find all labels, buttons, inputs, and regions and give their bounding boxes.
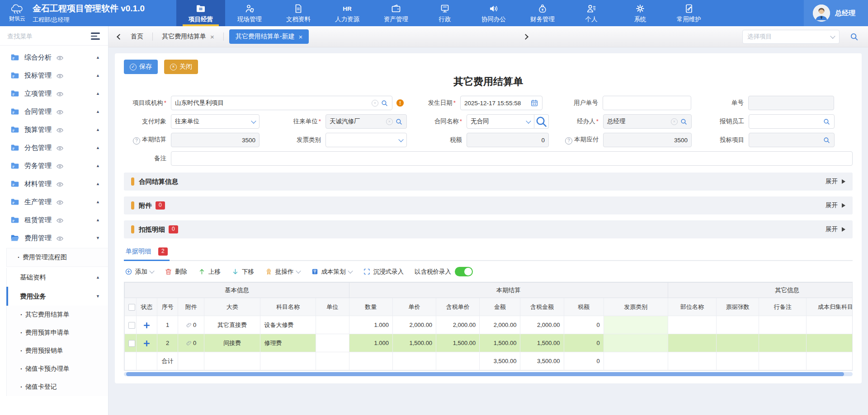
tool-批操作[interactable]: 批操作 bbox=[265, 268, 300, 276]
chevron-down-icon[interactable]: ▼ bbox=[96, 236, 100, 240]
invoice-type-select[interactable] bbox=[326, 133, 407, 147]
clear-icon[interactable] bbox=[372, 100, 378, 107]
detail-row-2[interactable]: 20间接费修理费1.0001,500.001,500.001,500.001,5… bbox=[125, 334, 853, 352]
sidebar-folder-劳务管理[interactable]: 劳务管理▲ bbox=[0, 157, 108, 175]
clear-icon[interactable] bbox=[671, 118, 678, 125]
section-合同结算信息[interactable]: 合同结算信息展开 bbox=[124, 173, 853, 191]
date-input[interactable] bbox=[464, 100, 528, 107]
tabs-scroll-left-icon[interactable] bbox=[117, 34, 123, 40]
reimburse-staff-field[interactable] bbox=[749, 114, 835, 129]
tool-下移[interactable]: 下移 bbox=[231, 268, 254, 276]
pay-target-select[interactable] bbox=[171, 114, 259, 129]
remark-field[interactable] bbox=[171, 151, 853, 166]
chevron-up-icon[interactable]: ▲ bbox=[96, 163, 100, 168]
chevron-up-icon[interactable]: ▲ bbox=[96, 109, 100, 114]
scrollbar-thumb[interactable] bbox=[126, 372, 844, 376]
tool-成本策划[interactable]: 成本策划 bbox=[311, 268, 352, 276]
contract-select[interactable] bbox=[467, 114, 534, 129]
section-附件[interactable]: 附件0展开 bbox=[124, 196, 853, 214]
bid-project-field[interactable] bbox=[749, 133, 835, 147]
menu-search-input[interactable] bbox=[7, 33, 86, 40]
chevron-up-icon[interactable]: ▲ bbox=[96, 91, 100, 96]
checkbox-icon[interactable] bbox=[128, 340, 135, 347]
tool-删除[interactable]: 删除 bbox=[165, 268, 187, 276]
user-no-input[interactable] bbox=[607, 100, 687, 107]
horizontal-scrollbar[interactable] bbox=[124, 372, 853, 376]
calendar-icon[interactable] bbox=[530, 99, 538, 107]
sidebar-link-费用预算申请单[interactable]: 费用预算申请单 bbox=[7, 324, 108, 342]
nav-item-常用维护[interactable]: 常用维护 bbox=[665, 0, 713, 26]
contract-search-button[interactable] bbox=[534, 114, 549, 129]
sidebar-folder-费用管理[interactable]: 费用管理▼ bbox=[0, 229, 108, 247]
user-block[interactable]: 总经理 bbox=[804, 0, 868, 26]
search-icon[interactable] bbox=[381, 99, 388, 107]
remark-input[interactable] bbox=[175, 155, 849, 162]
tabs-scroll-right-icon[interactable] bbox=[523, 34, 528, 40]
user-no-field[interactable] bbox=[603, 96, 691, 110]
chevron-up-icon[interactable]: ▲ bbox=[96, 182, 100, 186]
contract-value[interactable] bbox=[471, 118, 524, 125]
sidebar-folder-租赁管理[interactable]: 租赁管理▲ bbox=[0, 211, 108, 229]
chevron-down-icon[interactable]: ▼ bbox=[96, 294, 100, 298]
chevron-up-icon[interactable]: ▲ bbox=[96, 218, 100, 222]
nav-item-个人[interactable]: 个人 bbox=[567, 0, 616, 26]
nav-item-现场管理[interactable]: 现场管理 bbox=[225, 0, 274, 26]
nav-item-财务管理[interactable]: ¥财务管理 bbox=[518, 0, 567, 26]
sidebar-folder-生产管理[interactable]: 生产管理▲ bbox=[0, 193, 108, 211]
sidebar-folder-分包管理[interactable]: 分包管理▲ bbox=[0, 139, 108, 157]
chevron-up-icon[interactable]: ▲ bbox=[96, 200, 100, 204]
sidebar-collapse-icon[interactable] bbox=[91, 33, 101, 40]
section-扣抵明细[interactable]: 扣抵明细0展开 bbox=[124, 220, 853, 238]
nav-item-资产管理[interactable]: 资产管理 bbox=[372, 0, 420, 26]
expand-control[interactable]: 展开 bbox=[826, 225, 845, 233]
sidebar-link-费用预报销单[interactable]: 费用预报销单 bbox=[7, 342, 108, 360]
invoice-type-value[interactable] bbox=[330, 137, 397, 144]
sidebar-folder-综合分析[interactable]: 综合分析▲ bbox=[0, 48, 108, 66]
sidebar-folder-投标管理[interactable]: 投标管理▲ bbox=[0, 66, 108, 84]
tool-上移[interactable]: 上移 bbox=[198, 268, 221, 276]
project-field[interactable] bbox=[171, 96, 392, 110]
tool-沉浸式录入[interactable]: 沉浸式录入 bbox=[363, 268, 404, 276]
sidebar-group-费用业务[interactable]: 费用业务▼ bbox=[6, 287, 108, 306]
expand-control[interactable]: 展开 bbox=[826, 177, 845, 186]
nav-item-系统[interactable]: 系统 bbox=[616, 0, 665, 26]
checkbox-icon[interactable] bbox=[128, 304, 135, 311]
nav-item-协同办公[interactable]: 协同办公 bbox=[469, 0, 518, 26]
sidebar-folder-立项管理[interactable]: 立项管理▲ bbox=[0, 84, 108, 103]
close-icon[interactable] bbox=[298, 33, 302, 41]
tab-其它费用结算单-新建[interactable]: 其它费用结算单-新建 bbox=[229, 29, 309, 44]
sidebar-folder-预算管理[interactable]: 预算管理▲ bbox=[0, 121, 108, 139]
close-icon[interactable] bbox=[210, 33, 214, 41]
bid-project-input[interactable] bbox=[753, 137, 821, 144]
sidebar-folder-合同管理[interactable]: 合同管理▲ bbox=[0, 103, 108, 121]
chevron-up-icon[interactable]: ▲ bbox=[96, 275, 100, 280]
project-search-icon[interactable] bbox=[849, 32, 859, 42]
checkbox-icon[interactable] bbox=[128, 322, 135, 329]
chevron-up-icon[interactable]: ▲ bbox=[96, 127, 100, 132]
tax-price-toggle[interactable] bbox=[455, 267, 473, 276]
expand-control[interactable]: 展开 bbox=[826, 201, 845, 210]
counterparty-field[interactable] bbox=[326, 114, 407, 129]
row-checkbox[interactable] bbox=[125, 334, 137, 352]
reimburse-staff-input[interactable] bbox=[753, 118, 821, 125]
sidebar-link-其它费用结算单[interactable]: 其它费用结算单 bbox=[7, 306, 108, 324]
sidebar-group-基础资料[interactable]: 基础资料▲ bbox=[6, 268, 108, 287]
search-icon[interactable] bbox=[395, 118, 403, 126]
agent-field[interactable] bbox=[603, 114, 692, 129]
sidebar-link-费用管理流程图[interactable]: 费用管理流程图 bbox=[7, 248, 108, 266]
project-input[interactable] bbox=[175, 100, 369, 107]
close-button[interactable]: ×关闭 bbox=[164, 60, 198, 74]
date-field[interactable] bbox=[460, 96, 542, 110]
tab-其它费用结算单[interactable]: 其它费用结算单 bbox=[158, 30, 218, 43]
search-icon[interactable] bbox=[823, 136, 830, 144]
chevron-up-icon[interactable]: ▲ bbox=[96, 73, 100, 78]
pay-target-value[interactable] bbox=[175, 118, 250, 125]
select-all-checkbox[interactable] bbox=[125, 298, 137, 316]
save-button[interactable]: ✓保存 bbox=[124, 60, 158, 74]
nav-item-项目经营[interactable]: 项目经营 bbox=[176, 0, 225, 26]
tool-添加[interactable]: 添加 bbox=[125, 268, 154, 276]
nav-item-人力资源[interactable]: HR人力资源 bbox=[323, 0, 372, 26]
row-add-button[interactable] bbox=[137, 316, 157, 334]
sidebar-link-储值卡预办理单[interactable]: 储值卡预办理单 bbox=[7, 360, 108, 378]
detail-row-1[interactable]: 10其它直接费设备大修费1.0002,000.002,000.002,000.0… bbox=[125, 316, 853, 334]
